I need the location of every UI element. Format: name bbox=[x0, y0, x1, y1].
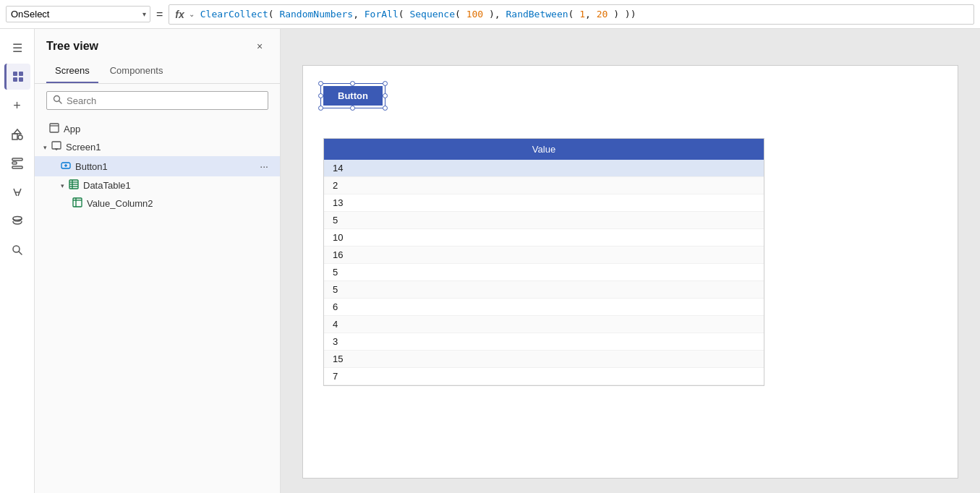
tree-item-datatable1[interactable]: ▾ DataTable1 bbox=[35, 176, 280, 194]
datatable-row: 5 bbox=[324, 212, 764, 229]
canvas-inner: Button Value 14213510165564 bbox=[302, 65, 958, 479]
search-input[interactable] bbox=[67, 95, 262, 106]
svg-rect-7 bbox=[12, 158, 22, 160]
panel-close-button[interactable]: × bbox=[251, 38, 268, 55]
datatable1-icon bbox=[69, 179, 79, 192]
layers-icon[interactable] bbox=[4, 64, 30, 90]
value-column2-icon bbox=[72, 197, 82, 210]
datatable-row: 16 bbox=[324, 246, 764, 264]
screen1-icon bbox=[51, 141, 61, 153]
handle-bc[interactable] bbox=[350, 106, 355, 111]
tab-components[interactable]: Components bbox=[101, 61, 172, 83]
equals-sign: = bbox=[156, 8, 163, 21]
top-bar: OnSelect ▾ = fx ⌄ ClearCollect( RandomNu… bbox=[0, 0, 980, 29]
tree-item-app[interactable]: App bbox=[35, 120, 280, 138]
handle-tc[interactable] bbox=[350, 81, 355, 86]
svg-rect-0 bbox=[13, 72, 17, 76]
handle-br[interactable] bbox=[383, 106, 388, 111]
formula-bar: fx ⌄ ClearCollect( RandomNumbers, ForAll… bbox=[169, 4, 974, 25]
svg-rect-9 bbox=[12, 166, 22, 168]
handle-bl[interactable] bbox=[318, 106, 323, 111]
svg-line-12 bbox=[19, 252, 22, 254]
datatable-row: 7 bbox=[324, 368, 764, 385]
screen1-label: Screen1 bbox=[66, 142, 101, 153]
formula-text[interactable]: ClearCollect( RandomNumbers, ForAll( Seq… bbox=[200, 9, 968, 20]
app-label: App bbox=[64, 124, 80, 134]
tree-area: App ▾ Screen1 bbox=[35, 117, 280, 493]
button1-label: Button1 bbox=[75, 161, 108, 172]
app-icon bbox=[49, 123, 59, 135]
components-icon[interactable] bbox=[4, 150, 30, 176]
datatable-row: 13 bbox=[324, 194, 764, 212]
menu-icon[interactable]: ☰ bbox=[4, 35, 30, 61]
icon-rail: ☰ + bbox=[0, 29, 35, 493]
value-column2-label: Value_Column2 bbox=[87, 198, 153, 209]
formula-fx-icon: fx bbox=[175, 9, 184, 20]
svg-rect-8 bbox=[12, 162, 17, 164]
svg-line-14 bbox=[59, 101, 62, 104]
svg-rect-17 bbox=[52, 142, 61, 149]
svg-rect-4 bbox=[12, 134, 17, 140]
tree-view-panel: Tree view × Screens Components bbox=[35, 29, 281, 493]
handle-ml[interactable] bbox=[318, 93, 323, 98]
panel-tabs: Screens Components bbox=[35, 61, 280, 84]
svg-point-10 bbox=[13, 217, 22, 220]
button1-ellipsis[interactable]: ··· bbox=[257, 159, 271, 173]
search-box-icon bbox=[53, 95, 62, 106]
screen1-chevron: ▾ bbox=[43, 144, 47, 151]
tree-item-button1[interactable]: Button1 ··· bbox=[35, 156, 280, 176]
datatable-row: 14 bbox=[324, 160, 764, 177]
tree-item-value-column2[interactable]: Value_Column2 bbox=[35, 194, 280, 213]
datatable1-label: DataTable1 bbox=[83, 180, 131, 191]
tree-item-screen1[interactable]: ▾ Screen1 bbox=[35, 138, 280, 156]
handle-tl[interactable] bbox=[318, 81, 323, 86]
button1-icon bbox=[61, 160, 71, 173]
datatable-row: 5 bbox=[324, 281, 764, 299]
onselect-select-wrapper: OnSelect ▾ bbox=[6, 6, 150, 22]
canvas-button-widget[interactable]: Button bbox=[323, 86, 383, 106]
shapes-icon[interactable] bbox=[4, 121, 30, 147]
datatable-row: 10 bbox=[324, 229, 764, 246]
svg-rect-3 bbox=[19, 77, 23, 82]
panel-header: Tree view × bbox=[35, 29, 280, 61]
canvas-datatable: Value 142135101655643157 bbox=[323, 138, 764, 386]
event-selector[interactable]: OnSelect bbox=[6, 6, 150, 22]
main-layout: ☰ + bbox=[0, 29, 980, 493]
search-box bbox=[46, 91, 268, 110]
svg-rect-1 bbox=[19, 72, 23, 76]
datatable-rows: 142135101655643157 bbox=[324, 160, 764, 385]
datatable-row: 2 bbox=[324, 177, 764, 194]
svg-rect-2 bbox=[13, 77, 17, 82]
datatable-row: 15 bbox=[324, 351, 764, 368]
data-icon[interactable] bbox=[4, 208, 30, 234]
handle-tr[interactable] bbox=[383, 81, 388, 86]
datatable-row: 3 bbox=[324, 333, 764, 351]
variables-icon[interactable] bbox=[4, 179, 30, 205]
svg-rect-15 bbox=[50, 124, 59, 132]
datatable-header: Value bbox=[324, 139, 764, 160]
search-icon[interactable] bbox=[4, 237, 30, 263]
datatable-row: 4 bbox=[324, 316, 764, 333]
panel-title: Tree view bbox=[46, 40, 98, 53]
handle-mr[interactable] bbox=[383, 93, 388, 98]
canvas-area: Button Value 14213510165564 bbox=[281, 29, 980, 493]
svg-marker-5 bbox=[14, 129, 21, 134]
tab-screens[interactable]: Screens bbox=[46, 61, 98, 83]
datatable-row: 6 bbox=[324, 299, 764, 316]
canvas-button[interactable]: Button bbox=[323, 86, 383, 106]
svg-rect-28 bbox=[73, 198, 82, 207]
svg-point-6 bbox=[18, 135, 22, 140]
formula-chevron-icon: ⌄ bbox=[189, 10, 195, 18]
add-icon[interactable]: + bbox=[4, 93, 30, 119]
datatable1-chevron: ▾ bbox=[61, 182, 64, 189]
datatable-row: 5 bbox=[324, 264, 764, 281]
